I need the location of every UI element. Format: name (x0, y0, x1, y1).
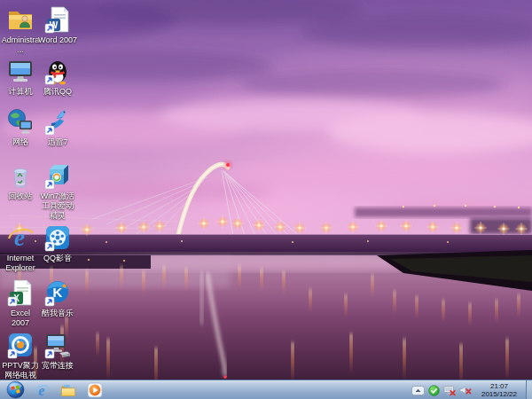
desktop-icon-kuwo-music[interactable]: K 酷我音乐 (38, 278, 77, 318)
desktop[interactable]: Administra... W Word 2007 计算 (0, 0, 532, 379)
hidden-icons-chevron-icon (411, 386, 425, 395)
network-disconnected-icon (443, 385, 456, 396)
network-globe-icon (6, 107, 35, 136)
icon-label: 网络 (12, 137, 28, 147)
ie-icon: e (34, 382, 50, 398)
desktop-icon-excel-2007[interactable]: X Excel 2007 (1, 278, 40, 328)
system-tray: 21:07 2015/12/22 (410, 380, 532, 399)
internet-explorer-icon: e (6, 223, 35, 252)
taskbar-clock[interactable]: 21:07 2015/12/22 (476, 382, 522, 398)
desktop-icon-tencent-qq[interactable]: 腾讯QQ (38, 57, 77, 97)
folder-icon (60, 382, 76, 398)
desktop-icon-computer[interactable]: 计算机 (1, 57, 40, 97)
clock-date: 2015/12/22 (476, 390, 522, 398)
computer-icon (6, 57, 35, 85)
software-box-icon (43, 161, 72, 190)
user-folder-icon (6, 5, 35, 34)
broadband-connection-icon (43, 331, 72, 359)
desktop-icon-xunlei-7[interactable]: 迅雷7 (38, 107, 77, 147)
icon-label: Internet Explorer (1, 254, 40, 273)
pptv-icon (6, 331, 35, 359)
desktop-icon-administrator-folder[interactable]: Administra... (1, 5, 40, 55)
taskbar-button-windows-explorer[interactable] (55, 380, 82, 399)
desktop-icon-network[interactable]: 网络 (1, 107, 40, 147)
show-hidden-icons-button[interactable] (411, 386, 425, 395)
icon-label: Excel 2007 (1, 309, 40, 328)
xunlei-bird-icon (43, 107, 72, 136)
kuwo-music-icon: K (43, 278, 72, 307)
security-status-tray-icon[interactable] (428, 385, 440, 396)
volume-tray-icon[interactable] (459, 385, 472, 396)
start-button[interactable] (2, 380, 28, 399)
taskbar-button-windows-media-player[interactable] (82, 380, 108, 399)
icon-label: 酷我音乐 (42, 309, 74, 318)
taskbar: e (0, 379, 532, 399)
word-icon: W (43, 5, 72, 34)
desktop-icon-pptv[interactable]: PPTV聚力 网络电视 (1, 331, 40, 379)
clock-time: 21:07 (476, 382, 522, 390)
icon-label: Administra... (1, 35, 40, 55)
icon-label: Word 2007 (38, 35, 77, 45)
windows-7-desktop-screen: Administra... W Word 2007 计算 (0, 0, 532, 399)
icon-label: Win7激活工具爱动精灵 (38, 192, 77, 221)
volume-muted-icon (459, 385, 472, 396)
desktop-icon-broadband-connection[interactable]: 宽带连接 (38, 331, 77, 371)
qq-penguin-icon (43, 57, 72, 85)
excel-icon: X (6, 278, 35, 307)
icon-label: 计算机 (9, 87, 33, 97)
desktop-icon-recycle-bin[interactable]: 回收站 (1, 161, 40, 201)
icon-label: 宽带连接 (42, 361, 74, 371)
wmp-icon (87, 382, 103, 398)
desktop-icon-word-2007[interactable]: W Word 2007 (38, 5, 77, 45)
wallpaper-image (0, 0, 532, 379)
icon-label: 回收站 (9, 192, 33, 201)
qq-player-icon (43, 223, 72, 252)
svg-text:e: e (38, 382, 44, 397)
taskbar-button-internet-explorer[interactable]: e (28, 380, 55, 399)
desktop-icon-internet-explorer[interactable]: e Internet Explorer (1, 223, 40, 273)
icon-label: 腾讯QQ (43, 87, 72, 97)
svg-text:K: K (53, 285, 63, 300)
show-desktop-button[interactable] (526, 380, 532, 399)
icon-label: 迅雷7 (47, 137, 67, 147)
icon-label: PPTV聚力 网络电视 (1, 361, 40, 379)
network-status-tray-icon[interactable] (443, 385, 456, 396)
recycle-bin-icon (6, 161, 35, 190)
desktop-icon-win7-activator[interactable]: Win7激活工具爱动精灵 (38, 161, 77, 221)
desktop-icon-qq-player[interactable]: QQ影音 (38, 223, 77, 263)
svg-text:e: e (14, 224, 25, 251)
windows-start-orb-icon (6, 380, 25, 399)
icon-label: QQ影音 (43, 254, 72, 263)
security-ok-icon (428, 385, 440, 396)
